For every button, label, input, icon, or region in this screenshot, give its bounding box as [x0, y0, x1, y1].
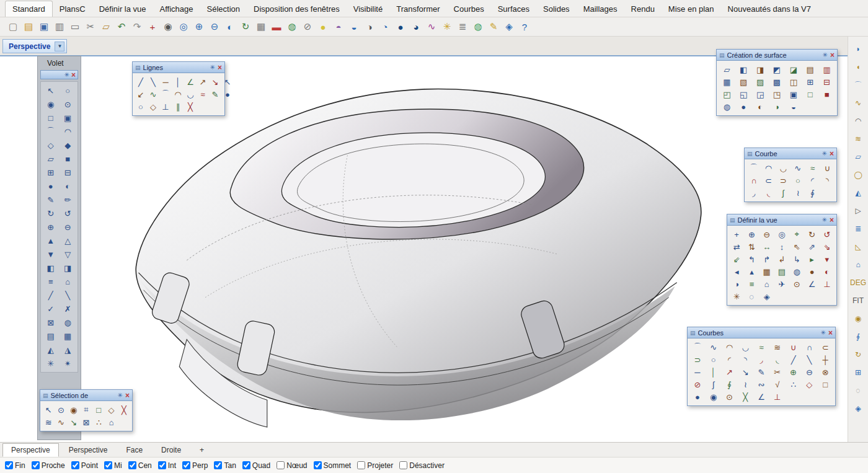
- tool-icon[interactable]: │: [172, 76, 184, 87]
- toolbar-tool-icon[interactable]: ≣: [456, 20, 469, 33]
- tool-icon[interactable]: ∫: [777, 187, 789, 198]
- tool-icon[interactable]: ∥: [172, 101, 184, 112]
- chevron-down-icon[interactable]: ▼: [55, 42, 64, 51]
- tool-icon[interactable]: ⊞: [805, 76, 816, 87]
- menu-tab[interactable]: Courbes: [447, 1, 491, 17]
- menu-tab[interactable]: PlansC: [53, 1, 92, 17]
- tool-icon[interactable]: ▦: [721, 76, 732, 87]
- osnap-toggle[interactable]: Cen: [128, 461, 152, 470]
- osnap-checkbox[interactable]: [158, 461, 166, 469]
- osnap-checkbox[interactable]: [214, 461, 222, 469]
- volet-tool-icon[interactable]: ▱: [45, 153, 56, 164]
- toolbar-tool-icon[interactable]: ✎: [487, 20, 500, 33]
- tool-icon[interactable]: ■: [822, 89, 833, 100]
- tool-icon[interactable]: ╳: [118, 404, 130, 415]
- right-tool-icon[interactable]: ▱: [852, 152, 864, 162]
- palette-titlebar[interactable]: ▤ Création de surface ✳ ×: [717, 50, 837, 61]
- volet-tool-icon[interactable]: ⊖: [62, 221, 73, 232]
- tool-icon[interactable]: ⊂: [763, 175, 774, 186]
- tool-icon[interactable]: ↘: [68, 417, 79, 428]
- tool-icon[interactable]: ∴: [93, 417, 104, 428]
- tool-icon[interactable]: ↳: [791, 254, 802, 265]
- tool-icon[interactable]: ⊟: [822, 76, 833, 87]
- gear-icon[interactable]: ✳: [821, 329, 826, 336]
- toolbar-tool-icon[interactable]: ◍: [285, 20, 299, 33]
- volet-tool-icon[interactable]: ≡: [45, 276, 56, 287]
- close-icon[interactable]: ×: [71, 71, 76, 79]
- tool-icon[interactable]: ▥: [822, 64, 833, 75]
- toolbar-tool-icon[interactable]: ∿: [425, 20, 438, 33]
- tool-icon[interactable]: ⊖: [761, 229, 773, 240]
- right-tool-icon[interactable]: ≋: [852, 134, 864, 144]
- volet-tool-icon[interactable]: □: [45, 112, 56, 123]
- right-tool-icon[interactable]: ◺: [852, 242, 864, 252]
- tool-icon[interactable]: ⇗: [807, 241, 818, 252]
- tool-icon[interactable]: ≡: [746, 278, 757, 290]
- right-tool-icon[interactable]: ◯: [852, 170, 864, 180]
- volet-tool-icon[interactable]: ✗: [62, 303, 73, 314]
- tool-icon[interactable]: ∴: [788, 379, 799, 390]
- tool-icon[interactable]: ◱: [738, 89, 749, 100]
- volet-tool-icon[interactable]: ◭: [45, 344, 56, 355]
- toolbar-tool-icon[interactable]: ◕: [409, 20, 423, 33]
- volet-tool-icon[interactable]: ◇: [45, 139, 56, 151]
- tool-icon[interactable]: ∮: [724, 379, 735, 390]
- tool-icon[interactable]: ⊖: [804, 366, 815, 378]
- viewport-tab[interactable]: Face: [117, 443, 151, 457]
- tool-icon[interactable]: ─: [160, 76, 171, 87]
- tool-icon[interactable]: ◍: [721, 101, 732, 112]
- palette-titlebar[interactable]: ▤ Courbes ✳ ×: [688, 327, 835, 338]
- tool-icon[interactable]: ≀: [792, 187, 804, 198]
- tool-icon[interactable]: ◞: [748, 187, 760, 198]
- right-tool-icon[interactable]: ⌂: [852, 260, 864, 270]
- tool-icon[interactable]: ✎: [210, 89, 221, 100]
- tool-icon[interactable]: ∠: [807, 278, 818, 290]
- toolbar-tool-icon[interactable]: ▭: [68, 20, 82, 33]
- osnap-toggle[interactable]: Fin: [5, 461, 25, 470]
- tool-icon[interactable]: ●: [692, 391, 703, 402]
- volet-tool-icon[interactable]: ╱: [45, 290, 56, 301]
- tool-icon[interactable]: ↙: [135, 89, 146, 100]
- tool-icon[interactable]: ╳: [185, 101, 196, 112]
- tool-icon[interactable]: □: [820, 379, 831, 390]
- menu-tab[interactable]: Nouveautés dans la V7: [721, 1, 818, 17]
- tool-icon[interactable]: ◧: [738, 64, 749, 75]
- toolbar-tool-icon[interactable]: ●: [394, 20, 407, 33]
- tool-icon[interactable]: ↔: [761, 241, 773, 252]
- volet-tool-icon[interactable]: ✴: [62, 358, 73, 369]
- volet-tool-icon[interactable]: ╲: [62, 290, 73, 301]
- menu-tab[interactable]: Définir la vue: [92, 1, 153, 17]
- tool-icon[interactable]: ↻: [807, 229, 818, 240]
- tool-icon[interactable]: ◎: [776, 229, 787, 240]
- tool-icon[interactable]: ⇘: [822, 241, 833, 252]
- toolbar-tool-icon[interactable]: ▣: [37, 20, 51, 33]
- tool-icon[interactable]: ⊙: [55, 404, 66, 415]
- toolbar-tool-icon[interactable]: ◐: [223, 20, 237, 33]
- tool-icon[interactable]: ◠: [172, 89, 184, 100]
- volet-tool-icon[interactable]: ↻: [45, 208, 56, 219]
- osnap-toggle[interactable]: Tan: [214, 461, 236, 470]
- tool-icon[interactable]: +: [731, 229, 742, 240]
- tool-icon[interactable]: ∿: [792, 162, 804, 174]
- palette-titlebar[interactable]: ▤ Courbe ✳ ×: [745, 148, 836, 159]
- tool-icon[interactable]: ⌒: [692, 342, 703, 353]
- tool-icon[interactable]: □: [93, 404, 104, 415]
- tool-icon[interactable]: ▤: [776, 266, 787, 277]
- right-tool-icon[interactable]: FIT: [852, 296, 864, 306]
- right-tool-icon[interactable]: ∿: [852, 98, 864, 108]
- tool-icon[interactable]: ╱: [788, 354, 799, 365]
- viewport-tab[interactable]: Droite: [153, 443, 190, 457]
- right-tool-icon[interactable]: ◠: [852, 116, 864, 126]
- tool-icon[interactable]: ≈: [807, 162, 818, 174]
- tool-icon[interactable]: ⊗: [820, 366, 831, 378]
- toolbar-tool-icon[interactable]: ▬: [270, 20, 283, 33]
- volet-tool-icon[interactable]: ⊞: [45, 167, 56, 178]
- tool-icon[interactable]: ▧: [738, 76, 749, 87]
- tool-icon[interactable]: ↲: [776, 254, 787, 265]
- tool-icon[interactable]: ▨: [755, 76, 766, 87]
- tool-icon[interactable]: ◇: [106, 404, 117, 415]
- volet-tool-icon[interactable]: △: [62, 235, 73, 246]
- tool-icon[interactable]: ▱: [721, 64, 732, 75]
- menu-tab[interactable]: Surfaces: [491, 1, 536, 17]
- volet-tool-icon[interactable]: ✓: [45, 303, 56, 314]
